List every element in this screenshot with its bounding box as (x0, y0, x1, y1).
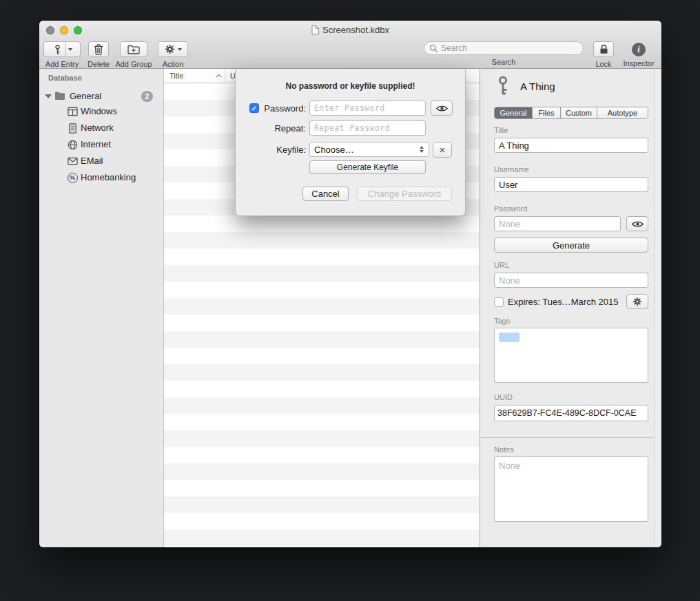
sidebar-item-label: EMail (81, 156, 103, 166)
eye-icon (632, 220, 644, 228)
lock-button[interactable] (593, 41, 614, 57)
password-label: Password: (249, 103, 306, 114)
sidebar-item-network[interactable]: Network (39, 120, 163, 136)
inspector-group: i Inspector (621, 41, 656, 67)
key-icon (495, 76, 511, 96)
notebook-icon (67, 123, 78, 134)
toolbar: Add Entry Delete Add Group (39, 39, 661, 69)
search-caption: Search (492, 58, 516, 66)
percent-icon: % (67, 172, 78, 183)
expires-row: Expires: Tues…March 2015 (494, 297, 618, 307)
sidebar-item-windows[interactable]: Windows (39, 103, 163, 120)
windows-icon (67, 106, 78, 117)
tab-general[interactable]: General (495, 107, 533, 118)
keyfile-select[interactable]: Choose… (309, 142, 429, 157)
tag-token[interactable] (499, 333, 519, 342)
keyfile-label: Keyfile: (249, 145, 306, 155)
sidebar-item-homebanking[interactable]: % Homebanking (39, 169, 163, 186)
action-group: Action (158, 41, 188, 68)
password-input[interactable] (309, 101, 426, 116)
delete-group: Delete (85, 41, 112, 68)
macpass-window: Screenshot.kdbx Add Entry (39, 21, 661, 547)
inspector-panel: A Thing General Files Custom Autotype Ti… (480, 69, 661, 547)
document-icon (311, 25, 319, 34)
column-title-text: Title (169, 72, 183, 80)
tags-field[interactable] (494, 328, 648, 383)
sidebar: Database General 2 Windows Network (39, 69, 164, 547)
eye-icon (436, 105, 448, 112)
folder-icon (54, 91, 65, 101)
expires-checkbox[interactable] (494, 297, 504, 307)
repeat-label: Repeat: (249, 123, 306, 134)
gear-icon (165, 44, 175, 54)
change-password-button[interactable]: Change Password (357, 187, 452, 201)
action-button[interactable] (158, 41, 188, 57)
sort-ascending-icon (216, 74, 222, 78)
column-header-title[interactable]: Title (164, 69, 225, 83)
chevron-down-icon (178, 48, 182, 51)
inspector-toggle-button[interactable]: i (632, 43, 646, 56)
reveal-password-button[interactable] (626, 216, 648, 231)
globe-icon (67, 139, 78, 150)
sidebar-group-general[interactable]: General 2 (39, 88, 163, 105)
window-title-text: Screenshot.kdbx (322, 25, 389, 35)
expires-label: Expires: Tues…March 2015 (508, 297, 618, 307)
lock-group: Lock (592, 41, 615, 68)
url-label: URL (494, 261, 509, 269)
inspector-scrollbar[interactable] (654, 69, 661, 547)
window-title: Screenshot.kdbx (39, 25, 661, 35)
reveal-password-button[interactable] (431, 101, 453, 116)
search-field[interactable] (424, 41, 584, 55)
title-label: Title (494, 126, 508, 134)
sidebar-item-internet[interactable]: Internet (39, 136, 163, 153)
notes-field[interactable] (494, 456, 648, 522)
search-input[interactable] (441, 43, 578, 53)
cancel-button[interactable]: Cancel (302, 187, 349, 201)
uuid-field[interactable] (494, 405, 648, 421)
keyfile-clear-button[interactable]: × (433, 142, 452, 158)
sidebar-item-label: Homebanking (81, 172, 136, 182)
entry-title: A Thing (520, 81, 555, 92)
url-field[interactable] (494, 273, 648, 288)
tab-autotype[interactable]: Autotype (597, 107, 648, 118)
clear-icon: × (440, 145, 446, 155)
lock-icon (599, 44, 608, 54)
add-entry-button[interactable] (43, 41, 81, 57)
username-field[interactable] (494, 177, 648, 192)
keyfile-value: Choose… (314, 145, 420, 155)
expires-settings-button[interactable] (626, 294, 648, 309)
sidebar-item-label: Internet (81, 139, 111, 149)
tab-custom[interactable]: Custom (561, 107, 597, 118)
tab-files[interactable]: Files (533, 107, 561, 118)
username-label: Username (494, 165, 529, 173)
trash-icon (94, 44, 103, 55)
password-row: ✓ Password: (236, 101, 465, 117)
button-divider (65, 42, 66, 56)
chevron-down-icon (68, 48, 72, 51)
sidebar-item-label: Windows (81, 106, 117, 116)
inspector-label: Inspector (623, 59, 654, 67)
section-divider (480, 437, 661, 438)
repeat-input[interactable] (309, 120, 426, 136)
password-sheet: No password or keyfile supplied! ✓ Passw… (235, 69, 466, 216)
lock-label: Lock (595, 60, 611, 68)
search-icon (429, 44, 438, 53)
generate-keyfile-button[interactable]: Generate Keyfile (309, 160, 426, 174)
sidebar-header: Database (48, 74, 82, 82)
sidebar-item-label: Network (81, 123, 114, 133)
action-label: Action (163, 60, 184, 68)
repeat-row: Repeat: (236, 120, 465, 137)
add-group-button[interactable] (120, 41, 147, 57)
generate-button[interactable]: Generate (494, 238, 648, 253)
notes-label: Notes (494, 445, 514, 454)
delete-button[interactable] (88, 41, 109, 57)
title-field[interactable] (494, 138, 648, 153)
disclosure-triangle-icon[interactable] (45, 94, 52, 98)
delete-label: Delete (88, 60, 110, 68)
sidebar-group-label: General (70, 91, 101, 101)
uuid-label: UUID (494, 393, 513, 401)
sidebar-item-email[interactable]: EMail (39, 153, 163, 169)
stepper-icon (420, 146, 424, 153)
password-field[interactable] (494, 216, 621, 231)
sheet-message: No password or keyfile supplied! (236, 81, 465, 91)
